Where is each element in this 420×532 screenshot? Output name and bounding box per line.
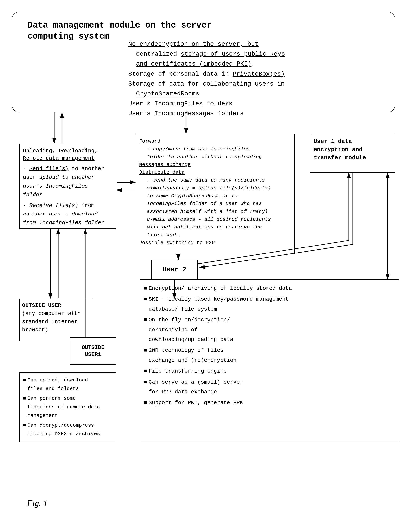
outside-user1-content: OUTSIDE USER1: [82, 344, 105, 358]
upload-box-content: Uploading, Downloading, Remote data mana…: [20, 144, 116, 230]
user2-label: User 2: [163, 266, 186, 273]
server-title: Data management module on the server com…: [28, 20, 212, 42]
user1-encryption-box: User 1 data encryption and transfer modu…: [310, 134, 395, 172]
outside-user1-box: OUTSIDE USER1: [70, 337, 116, 365]
server-details: No en/decryption on the server, but cent…: [128, 39, 285, 119]
diagram-container: Data management module on the server com…: [12, 12, 409, 516]
forward-messages-box: Forward - copy/move from one IncomingFil…: [136, 134, 295, 254]
user2-box: User 2: [151, 260, 198, 279]
upload-download-box: Uploading, Downloading, Remote data mana…: [19, 143, 116, 229]
forward-box-content: Forward - copy/move from one IncomingFil…: [136, 134, 294, 250]
user1-details-box: ■ Encryption/ archiving of locally store…: [139, 279, 399, 442]
user1-box-content: User 1 data encryption and transfer modu…: [311, 134, 395, 165]
outside-user-box: OUTSIDE USER (any computer with standard…: [19, 299, 93, 341]
outside-user-content: OUTSIDE USER (any computer with standard…: [20, 299, 93, 336]
fig-label: Fig. 1: [27, 498, 47, 508]
outside-caps-box: ■ Can upload, downloadfiles and folders …: [19, 372, 116, 442]
outside-caps-content: ■ Can upload, downloadfiles and folders …: [20, 373, 116, 442]
server-module-box: Data management module on the server com…: [12, 12, 395, 112]
user1-details-content: ■ Encryption/ archiving of locally store…: [140, 280, 399, 413]
